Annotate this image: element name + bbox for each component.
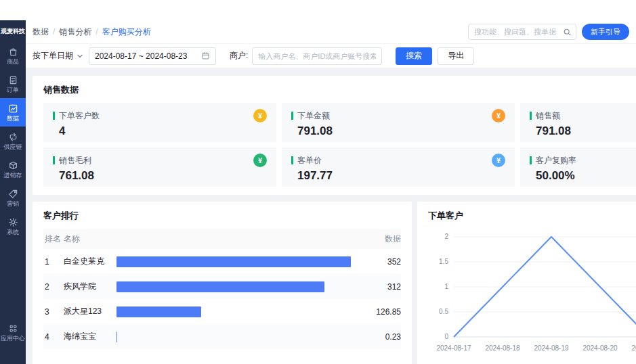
bottom-row: 客户排行 排名 名称 数据 1白金史莱克3522疾风学院3123派大星12312…	[33, 202, 636, 364]
sidebar-item-label: 进销存	[4, 173, 22, 179]
rank-cell: 3	[43, 307, 64, 317]
breadcrumb: 数据 / 销售分析 / 客户购买分析	[33, 26, 151, 38]
rank-cell: 2	[43, 282, 64, 292]
order-customers-title: 下单客户	[428, 210, 636, 222]
breadcrumb-item-data[interactable]: 数据	[33, 26, 49, 38]
y-axis-tick-label: 2	[444, 233, 448, 240]
customer-name-cell: 派大星123	[64, 306, 116, 317]
sidebar-item-orders[interactable]: 订单	[0, 70, 26, 98]
y-axis-tick-label: 0.5	[439, 308, 448, 315]
stat-tile-4: 销售毛利¥761.08	[43, 147, 276, 187]
page-body: 销售数据 下单客户数¥4下单金额¥791.08销售额791.08销售毛利¥761…	[26, 68, 636, 364]
column-header-name: 名称	[64, 233, 358, 245]
inventory-icon	[8, 160, 18, 170]
stat-tile-6: 客户复购率50.00%	[520, 147, 636, 187]
sidebar-item-app-center[interactable]: 应用中心	[0, 318, 26, 346]
ranking-table-row: 2疾风学院312	[43, 274, 401, 299]
customer-name-cell: 白金史莱克	[64, 256, 116, 267]
value-bar	[116, 281, 324, 292]
stat-value: 197.77	[291, 169, 505, 183]
yuan-circle-icon: ¥	[253, 109, 267, 122]
stat-value: 4	[53, 124, 267, 138]
customer-ranking-card: 客户排行 排名 名称 数据 1白金史莱克3522疾风学院3123派大星12312…	[33, 202, 412, 364]
ranking-table-body: 1白金史莱克3522疾风学院3123派大星123126.854海绵宝宝0.23	[43, 249, 401, 349]
stat-tile-1: 下单客户数¥4	[43, 103, 276, 142]
sidebar-item-system[interactable]: 系统	[0, 212, 26, 240]
global-search-box	[468, 24, 576, 40]
global-search-input[interactable]	[469, 28, 559, 36]
x-axis-tick-label: 2024-08-19	[534, 344, 569, 352]
line-chart: 00.511.522024-08-172024-08-182024-08-192…	[428, 229, 636, 357]
rank-cell: 1	[43, 257, 64, 267]
tile-accent-bar	[53, 156, 55, 164]
stat-tile-2: 下单金额¥791.08	[282, 103, 515, 142]
order-customers-card: 下单客户 00.511.522024-08-172024-08-182024-0…	[417, 202, 636, 364]
data-icon	[8, 104, 18, 114]
price-circle-icon: ¥	[492, 154, 505, 167]
x-axis-tick-label: 2024-08-18	[485, 344, 520, 352]
ranking-table-row: 3派大星123126.85	[43, 299, 401, 324]
sidebar: 观麦科技 商品订单数据供应链进销存营销系统 应用中心	[0, 20, 26, 364]
stat-tiles: 下单客户数¥4下单金额¥791.08销售额791.08销售毛利¥761.08客单…	[43, 103, 636, 187]
content-grid: 销售数据 下单客户数¥4下单金额¥791.08销售额791.08销售毛利¥761…	[33, 76, 636, 364]
x-axis-tick-label: 2024-08-21	[631, 344, 636, 352]
sales-data-title: 销售数据	[43, 84, 636, 96]
sidebar-nav: 商品订单数据供应链进销存营销系统	[0, 41, 26, 240]
app-center-icon	[8, 323, 18, 334]
top-whitespace	[0, 0, 636, 20]
y-axis-tick-label: 1.5	[439, 258, 448, 265]
value-cell: 352	[358, 257, 401, 267]
main-content: 数据 / 销售分析 / 客户购买分析 新手引导 按下单日期	[26, 20, 636, 364]
tile-accent-bar	[291, 112, 293, 120]
customer-ranking-title: 客户排行	[43, 210, 401, 222]
sidebar-item-label: 系统	[7, 229, 19, 235]
export-button[interactable]: 导出	[438, 47, 474, 65]
orders-icon	[8, 75, 18, 85]
value-bar	[116, 332, 117, 342]
date-type-label: 按下单日期	[33, 50, 73, 62]
date-range-input[interactable]: 2024-08-17 ~ 2024-08-23	[89, 47, 216, 65]
column-header-rank: 排名	[43, 233, 64, 245]
y-axis-tick-label: 0	[444, 333, 448, 340]
stat-value: 791.08	[291, 124, 505, 138]
sidebar-item-label: 供应链	[4, 144, 22, 150]
sidebar-item-data[interactable]: 数据	[0, 98, 26, 127]
calendar-icon	[201, 51, 210, 60]
tile-accent-bar	[53, 112, 55, 120]
value-cell: 126.85	[358, 307, 401, 317]
x-axis-tick-label: 2024-08-17	[436, 344, 471, 352]
stat-tile-5: 客单价¥197.77	[282, 147, 515, 187]
sidebar-item-label: 数据	[7, 116, 19, 122]
topbar: 数据 / 销售分析 / 客户购买分析 新手引导	[26, 20, 636, 43]
ranking-table-row: 1白金史莱克352	[43, 249, 401, 274]
bar-track	[116, 306, 358, 317]
app-logo: 观麦科技	[0, 20, 26, 41]
sidebar-item-supply-chain[interactable]: 供应链	[0, 127, 26, 155]
tile-accent-bar	[530, 156, 532, 164]
tile-accent-bar	[530, 112, 532, 120]
value-bar	[116, 256, 351, 267]
stat-label: 客户复购率	[536, 155, 576, 166]
date-type-select[interactable]: 按下单日期	[33, 50, 83, 62]
column-header-value: 数据	[358, 233, 401, 245]
breadcrumb-item-sales-analysis[interactable]: 销售分析	[59, 26, 91, 38]
topbar-right: 新手引导	[468, 24, 629, 40]
stat-label: 销售额	[536, 110, 560, 122]
bar-track	[116, 256, 358, 267]
sidebar-item-marketing[interactable]: 营销	[0, 183, 26, 212]
sidebar-item-goods[interactable]: 商品	[0, 41, 26, 70]
merchant-label: 商户:	[230, 50, 248, 62]
sidebar-item-label: 商品	[7, 59, 19, 65]
search-button[interactable]: 搜索	[396, 47, 432, 65]
x-axis-tick-label: 2024-08-20	[582, 344, 618, 352]
merchant-search-input[interactable]	[252, 47, 382, 65]
sidebar-item-inventory[interactable]: 进销存	[0, 155, 26, 183]
bar-track	[116, 281, 358, 292]
value-cell: 312	[358, 282, 401, 292]
customer-name-cell: 疾风学院	[64, 281, 116, 292]
stat-label: 下单客户数	[59, 110, 100, 122]
guide-button[interactable]: 新手引导	[582, 24, 629, 40]
search-icon[interactable]	[559, 28, 576, 37]
breadcrumb-item-current: 客户购买分析	[102, 26, 151, 38]
app-window: 观麦科技 商品订单数据供应链进销存营销系统 应用中心 数据 / 销售分析 / 客…	[0, 20, 636, 364]
